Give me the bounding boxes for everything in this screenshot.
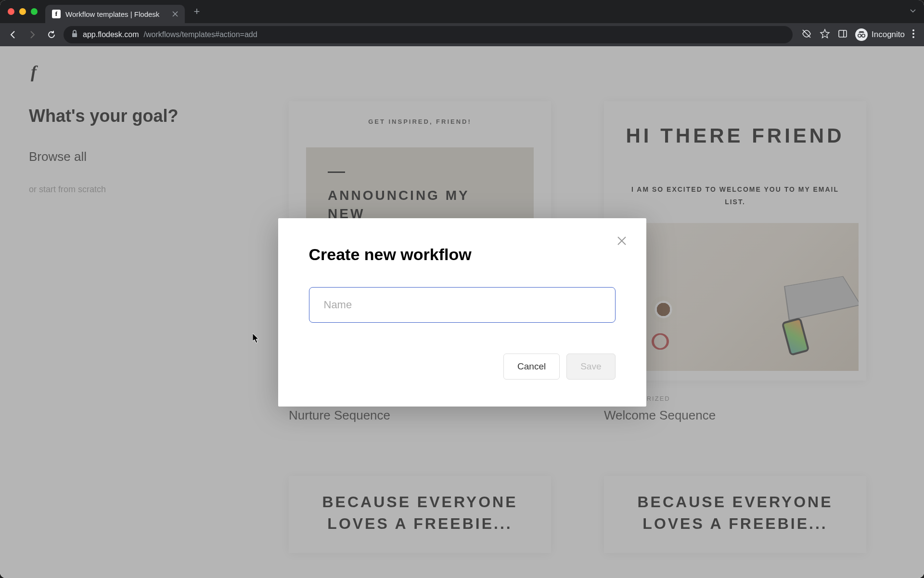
tab-title: Workflow templates | Flodesk xyxy=(65,10,159,18)
browser-toolbar: app.flodesk.com/workflows/templates#acti… xyxy=(0,23,924,46)
window-controls xyxy=(8,8,38,15)
incognito-label: Incognito xyxy=(872,30,905,39)
lock-icon xyxy=(71,30,78,39)
window-close[interactable] xyxy=(8,8,14,15)
reload-button[interactable] xyxy=(44,27,59,42)
browser-tab[interactable]: f Workflow templates | Flodesk xyxy=(45,5,185,23)
window-minimize[interactable] xyxy=(19,8,26,15)
content-area: f What's your goal? Browse all or start … xyxy=(0,46,924,578)
toolbar-actions: Incognito xyxy=(797,28,918,41)
svg-point-3 xyxy=(858,34,861,37)
new-tab-button[interactable]: + xyxy=(190,4,204,19)
svg-rect-0 xyxy=(72,33,77,37)
address-bar[interactable]: app.flodesk.com/workflows/templates#acti… xyxy=(64,26,793,43)
window-maximize[interactable] xyxy=(31,8,38,15)
create-workflow-modal: Create new workflow Cancel Save xyxy=(278,218,646,407)
url-domain: app.flodesk.com xyxy=(83,30,139,39)
browser-window: f Workflow templates | Flodesk + app.flo… xyxy=(0,0,924,578)
tab-close-icon[interactable] xyxy=(172,10,178,18)
eye-off-icon[interactable] xyxy=(801,28,812,41)
modal-overlay[interactable]: Create new workflow Cancel Save xyxy=(0,46,924,578)
modal-actions: Cancel Save xyxy=(309,354,616,380)
back-button[interactable] xyxy=(6,27,20,42)
incognito-badge[interactable]: Incognito xyxy=(855,28,905,41)
modal-title: Create new workflow xyxy=(309,245,616,264)
forward-button[interactable] xyxy=(25,27,39,42)
incognito-icon xyxy=(855,28,868,41)
kebab-menu-icon[interactable] xyxy=(912,29,914,40)
bookmark-star-icon[interactable] xyxy=(820,28,830,41)
modal-close-button[interactable] xyxy=(615,234,629,248)
panel-icon[interactable] xyxy=(838,29,847,40)
svg-point-4 xyxy=(862,34,865,37)
svg-point-8 xyxy=(912,36,914,38)
url-path: /workflows/templates#action=add xyxy=(144,30,257,39)
tabstrip-menu-icon[interactable] xyxy=(910,7,916,16)
svg-point-6 xyxy=(912,29,914,31)
svg-point-7 xyxy=(912,33,914,35)
titlebar: f Workflow templates | Flodesk + xyxy=(0,0,924,23)
tab-favicon: f xyxy=(52,10,61,18)
cancel-button[interactable]: Cancel xyxy=(503,354,560,380)
save-button[interactable]: Save xyxy=(566,354,615,380)
workflow-name-input[interactable] xyxy=(309,287,616,323)
svg-rect-1 xyxy=(839,30,847,37)
